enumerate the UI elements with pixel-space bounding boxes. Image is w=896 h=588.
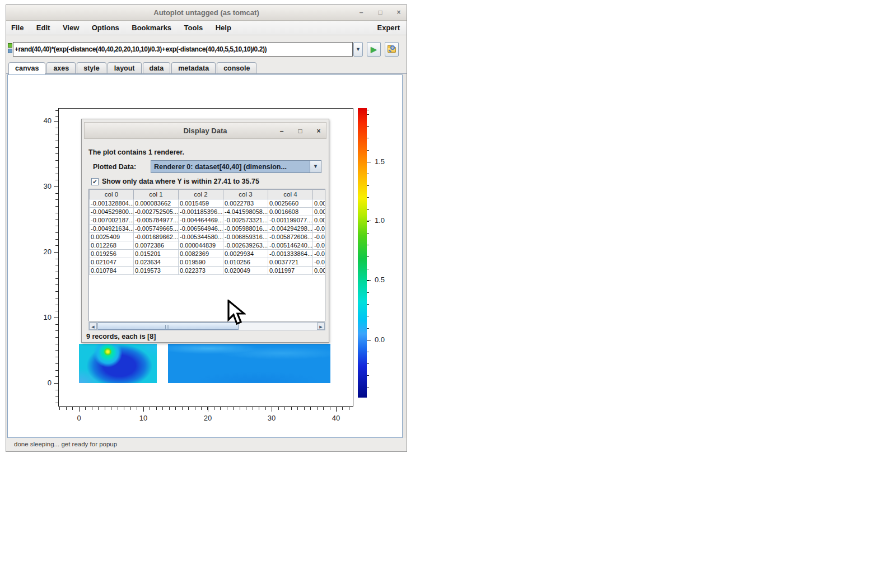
y-axis-minor-ticks <box>55 108 58 407</box>
uri-input[interactable] <box>13 42 353 57</box>
magnifier-icon <box>390 45 395 50</box>
menu-tools[interactable]: Tools <box>179 21 208 35</box>
table-row: -0.004529800...-0.002752505...-0.0011853… <box>90 208 326 216</box>
tab-data[interactable]: data <box>143 62 171 74</box>
tab-canvas[interactable]: canvas <box>8 62 45 74</box>
scrollbar-thumb[interactable] <box>97 323 239 330</box>
mouse-cursor-icon <box>227 300 246 325</box>
filter-checkbox[interactable]: ✔ <box>91 178 99 185</box>
minimize-icon[interactable]: – <box>356 7 366 17</box>
colorbar-tick-label: 1.5 <box>375 157 397 166</box>
uri-row: ▼ ▶ <box>6 36 407 61</box>
tab-style[interactable]: style <box>77 62 106 74</box>
x-tick-label: 30 <box>262 414 281 422</box>
display-data-dialog: Display Data – □ × The plot contains 1 r… <box>81 119 329 343</box>
tab-bar: canvasaxesstylelayoutdatametadataconsole <box>8 62 258 74</box>
y-tick-label: 30 <box>32 182 52 190</box>
dialog-close-icon[interactable]: × <box>314 126 324 136</box>
y-tick-label: 40 <box>32 116 52 125</box>
dialog-title: Display Data <box>85 127 326 135</box>
menu-help[interactable]: Help <box>211 21 236 35</box>
filter-checkbox-label: Show only data where Y is within 27.41 t… <box>102 178 259 185</box>
plot-play-icon[interactable]: ▶ <box>367 42 381 57</box>
column-header[interactable] <box>313 190 326 199</box>
dialog-maximize-icon[interactable]: □ <box>295 126 305 136</box>
table-header-row: col 0 col 1 col 2 col 3 col 4 <box>90 190 326 199</box>
scroll-left-icon[interactable]: ◀ <box>89 323 97 330</box>
column-header[interactable]: col 2 <box>179 190 223 199</box>
x-tick-label: 20 <box>198 414 217 422</box>
scroll-right-icon[interactable]: ▶ <box>317 323 325 330</box>
menu-options[interactable]: Options <box>87 21 124 35</box>
canvas-panel: 40 30 20 10 0 0 10 20 30 40 1.5 1.0 0.5 … <box>6 73 407 439</box>
column-header[interactable]: col 1 <box>134 190 179 199</box>
dialog-minimize-icon[interactable]: – <box>277 126 287 136</box>
x-tick-label: 10 <box>134 414 153 422</box>
menubar: File Edit View Options Bookmarks Tools H… <box>6 21 407 35</box>
expert-mode-label[interactable]: Expert <box>377 24 400 32</box>
colorbar-tick-label: 0.0 <box>375 335 397 344</box>
column-header[interactable]: col 4 <box>268 190 313 199</box>
data-table[interactable]: col 0 col 1 col 2 col 3 col 4 -0.0013288… <box>88 189 325 321</box>
thumb-grip <box>165 325 170 329</box>
dialog-titlebar[interactable]: Display Data – □ × <box>84 122 326 139</box>
column-header[interactable]: col 0 <box>90 190 134 199</box>
column-header[interactable]: col 3 <box>223 190 268 199</box>
spectrogram-patch-left[interactable] <box>79 344 157 383</box>
table-row: 0.0122680.00723860.000044839-0.002639263… <box>90 241 326 250</box>
close-icon[interactable]: × <box>394 7 404 17</box>
horizontal-scrollbar[interactable]: ◀ ▶ <box>88 322 325 330</box>
table-row: -0.001328804...0.0000836620.00154590.002… <box>90 199 326 208</box>
table-row: -0.007002187...-0.005784977...-0.0044644… <box>90 216 326 225</box>
y-tick-label: 0 <box>32 379 52 387</box>
colorbar-tick-label: 1.0 <box>375 216 397 225</box>
table-row: 0.0025409-0.001689662...-0.005344580...-… <box>90 233 326 241</box>
plotted-data-label: Plotted Data: <box>93 163 136 171</box>
tab-axes[interactable]: axes <box>46 62 76 74</box>
table-row: 0.0192560.0152010.00823690.0029934-0.001… <box>90 250 326 258</box>
status-message: done sleeping... get ready for popup <box>14 441 117 447</box>
menu-edit[interactable]: Edit <box>31 21 55 35</box>
menu-view[interactable]: View <box>58 21 84 35</box>
y-tick-label: 20 <box>32 248 52 256</box>
menu-file[interactable]: File <box>6 21 29 35</box>
colorbar-minor-ticks <box>367 108 369 398</box>
table-row: 0.0210470.0236340.0195900.0102560.003772… <box>90 258 326 267</box>
y-tick-label: 10 <box>32 313 52 321</box>
tab-layout[interactable]: layout <box>108 62 142 74</box>
uri-dropdown-icon[interactable]: ▼ <box>353 42 363 57</box>
maximize-icon[interactable]: □ <box>375 7 385 17</box>
renderer-count-text: The plot contains 1 renderer. <box>88 148 184 156</box>
table-row: 0.0107840.0195730.0223730.0200490.011997… <box>90 267 326 275</box>
tab-metadata[interactable]: metadata <box>171 62 216 74</box>
window-title: Autoplot untagged (as tomcat) <box>6 8 407 17</box>
combobox-arrow-icon[interactable]: ▼ <box>310 161 321 172</box>
plot-canvas[interactable]: 40 30 20 10 0 0 10 20 30 40 1.5 1.0 0.5 … <box>7 74 403 438</box>
file-browse-icon[interactable] <box>385 42 399 57</box>
records-count-label: 9 records, each is [8] <box>86 333 156 340</box>
table-row: -0.004921634...-0.005749665...-0.0065649… <box>90 225 326 233</box>
autoplot-window: Autoplot untagged (as tomcat) – □ × File… <box>6 4 407 452</box>
plotted-data-value: Renderer 0: dataset[40,40] (dimension... <box>154 163 309 171</box>
spectrogram-patch-right[interactable] <box>168 344 330 383</box>
statusbar: done sleeping... get ready for popup <box>6 438 407 451</box>
menu-bookmarks[interactable]: Bookmarks <box>127 21 176 35</box>
x-tick-label: 40 <box>326 414 346 422</box>
x-axis-minor-ticks <box>58 407 354 410</box>
window-titlebar[interactable]: Autoplot untagged (as tomcat) – □ × <box>6 5 407 21</box>
plotted-data-combobox[interactable]: Renderer 0: dataset[40,40] (dimension...… <box>151 160 321 173</box>
x-tick-label: 0 <box>69 414 88 422</box>
tab-console[interactable]: console <box>217 62 256 74</box>
data-type-icon <box>7 43 13 54</box>
colorbar-tick-label: 0.5 <box>375 276 397 284</box>
colorbar[interactable] <box>358 108 367 398</box>
